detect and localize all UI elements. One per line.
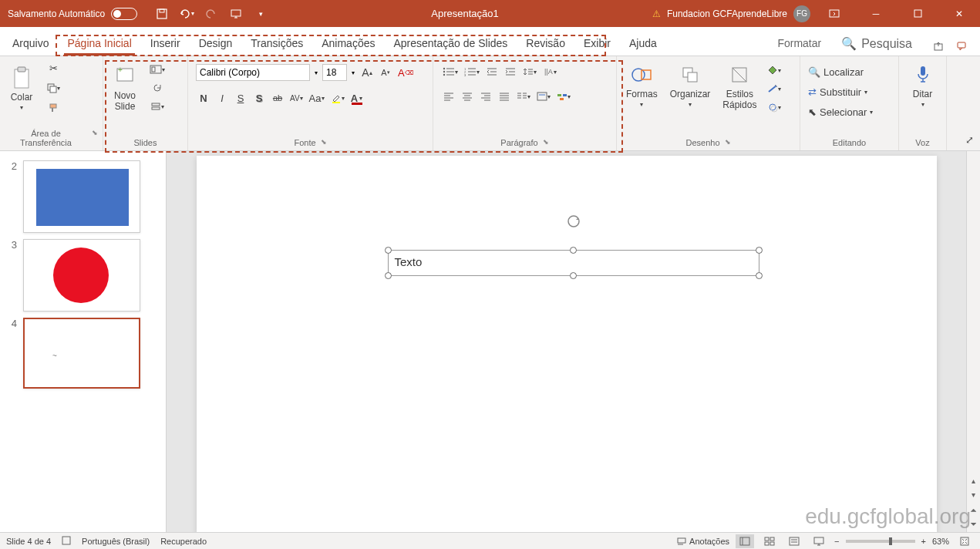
bullets-button[interactable]: ▾ [441, 64, 460, 79]
accessibility-icon[interactable] [62, 536, 71, 547]
font-color-button[interactable]: A▾ [349, 90, 365, 106]
shapes-button[interactable]: Formas ▾ [621, 59, 662, 111]
underline-button[interactable]: S [233, 90, 248, 106]
resize-handle[interactable] [756, 247, 763, 254]
numbering-button[interactable]: 123▾ [463, 64, 481, 79]
autosave-toggle[interactable] [111, 8, 137, 20]
tab-inserir[interactable]: Inserir [141, 31, 190, 56]
slide-canvas[interactable]: Texto [197, 156, 937, 534]
tab-ajuda[interactable]: Ajuda [620, 31, 666, 56]
clear-format-icon[interactable]: A⌫ [396, 65, 415, 80]
textbox-text[interactable]: Texto [395, 255, 423, 268]
paragraph-launcher-icon[interactable]: ⬊ [543, 138, 549, 147]
line-spacing-icon[interactable]: ▾ [521, 64, 538, 79]
slide-thumb-2[interactable] [23, 160, 140, 233]
ribbon-display-icon[interactable] [817, 0, 852, 27]
columns-icon[interactable]: ▾ [515, 89, 532, 104]
copy-icon[interactable]: ▾ [45, 80, 62, 96]
rotate-handle-icon[interactable] [566, 214, 581, 229]
clipboard-launcher-icon[interactable]: ⬊ [92, 129, 98, 147]
change-case-button[interactable]: Aa▾ [308, 90, 326, 106]
paste-button[interactable]: Colar ▾ [5, 62, 39, 114]
shadow-button[interactable]: S [251, 90, 267, 106]
bold-button[interactable]: N [196, 90, 211, 106]
increase-indent-icon[interactable] [503, 64, 518, 79]
resize-handle[interactable] [570, 272, 577, 279]
decrease-indent-icon[interactable] [484, 64, 500, 79]
smartart-icon[interactable]: ▾ [555, 89, 572, 104]
vertical-scrollbar[interactable]: ▴ ▾ ⏶ ⏷ [966, 151, 980, 532]
highlight-button[interactable]: ▾ [329, 90, 346, 106]
tab-apresentacao[interactable]: Apresentação de Slides [384, 31, 517, 56]
shape-fill-icon[interactable]: ▾ [766, 62, 783, 78]
tab-pagina-inicial[interactable]: Página Inicial [58, 31, 140, 56]
sorter-view-icon[interactable] [760, 534, 779, 548]
zoom-slider[interactable] [846, 540, 915, 543]
minimize-icon[interactable]: ─ [858, 0, 894, 27]
shape-outline-icon[interactable]: ▾ [766, 81, 783, 96]
cut-icon[interactable]: ✂ [45, 60, 62, 76]
size-dropdown-icon[interactable]: ▾ [350, 69, 356, 76]
slideshow-view-icon[interactable] [810, 534, 828, 548]
zoom-thumb[interactable] [889, 537, 892, 545]
italic-button[interactable]: I [214, 90, 230, 106]
language-label[interactable]: Português (Brasil) [82, 537, 150, 546]
close-icon[interactable]: ✕ [941, 0, 977, 27]
arrange-button[interactable]: Organizar ▾ [665, 59, 716, 111]
align-left-icon[interactable] [441, 89, 456, 104]
tab-animacoes[interactable]: Animações [312, 31, 384, 56]
tab-revisao[interactable]: Revisão [517, 31, 574, 56]
search-box[interactable]: 🔍 Pesquisa [830, 32, 923, 56]
reading-view-icon[interactable] [785, 534, 803, 548]
align-justify-icon[interactable] [497, 89, 512, 104]
scroll-up-icon[interactable]: ▴ [967, 473, 980, 487]
slide-thumb-4[interactable]: ~ [23, 318, 140, 389]
drawing-launcher-icon[interactable]: ⬊ [725, 138, 731, 147]
font-size-input[interactable] [322, 64, 347, 81]
align-center-icon[interactable] [460, 89, 475, 104]
redo-icon[interactable] [202, 5, 221, 23]
textbox-selected[interactable]: Texto [388, 250, 759, 276]
tab-formatar[interactable]: Formatar [768, 31, 830, 56]
comments-icon[interactable] [952, 37, 971, 56]
user-avatar[interactable]: FG [793, 5, 810, 22]
font-name-input[interactable] [196, 64, 310, 81]
select-button[interactable]: ⬉ Selecionar ▾ [807, 104, 892, 120]
shape-effects-icon[interactable]: ▾ [766, 99, 783, 115]
tab-design[interactable]: Design [190, 31, 242, 56]
collapse-ribbon-icon[interactable]: ⤢ [961, 132, 977, 147]
scroll-down-icon[interactable]: ▾ [967, 487, 980, 501]
find-button[interactable]: 🔍 Localizar [807, 64, 892, 79]
text-direction-icon[interactable]: ||A▾ [541, 64, 558, 79]
maximize-icon[interactable] [900, 0, 935, 27]
font-dropdown-icon[interactable]: ▾ [313, 69, 319, 76]
font-launcher-icon[interactable]: ⬊ [321, 138, 327, 147]
replace-button[interactable]: ⇄ Substituir ▾ [807, 84, 892, 99]
align-right-icon[interactable] [478, 89, 493, 104]
dictate-button[interactable]: Ditar ▾ [904, 59, 941, 111]
notes-button[interactable]: Anotações [677, 537, 729, 546]
char-spacing-button[interactable]: AV▾ [288, 90, 305, 106]
slide-thumbnail-panel[interactable]: 2 3 4 ~ [0, 151, 167, 532]
decrease-font-icon[interactable]: A▾ [378, 65, 393, 80]
quick-styles-button[interactable]: Estilos Rápidos [718, 59, 761, 113]
slide-thumb-3[interactable] [23, 239, 140, 312]
fit-window-icon[interactable] [955, 534, 974, 548]
new-slide-button[interactable]: + Novo Slide [108, 61, 142, 115]
normal-view-icon[interactable] [736, 534, 754, 548]
resize-handle[interactable] [385, 247, 392, 254]
zoom-out-button[interactable]: − [834, 537, 839, 546]
tab-transicoes[interactable]: Transições [241, 31, 312, 56]
slideshow-start-icon[interactable] [227, 5, 245, 23]
resize-handle[interactable] [570, 247, 577, 254]
layout-icon[interactable]: ▾ [148, 62, 167, 77]
resize-handle[interactable] [385, 272, 392, 279]
zoom-percent[interactable]: 63% [932, 537, 949, 546]
save-icon[interactable] [153, 5, 171, 23]
share-icon[interactable] [929, 37, 948, 56]
strike-button[interactable]: ab [270, 90, 285, 106]
format-painter-icon[interactable] [45, 100, 62, 116]
qat-more-icon[interactable]: ▾ [251, 5, 270, 23]
resize-handle[interactable] [756, 272, 763, 279]
tab-exibir[interactable]: Exibir [574, 31, 620, 56]
